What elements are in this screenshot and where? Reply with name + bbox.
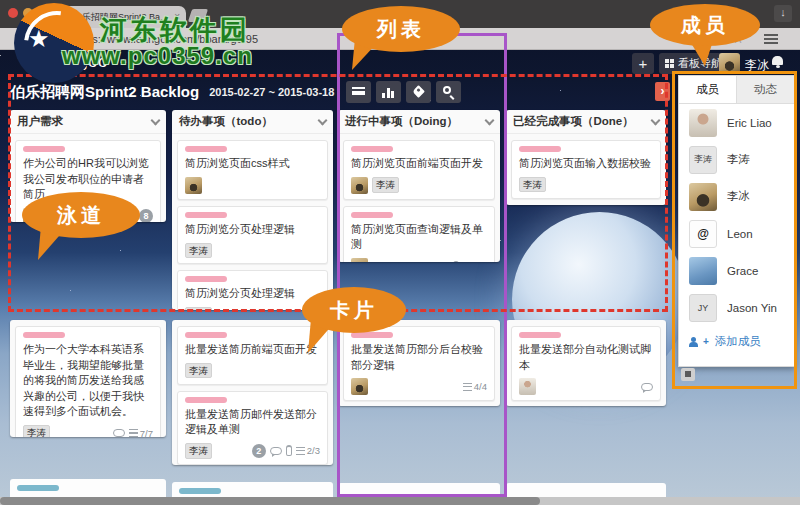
checklist-indicator: 2/3 — [296, 445, 320, 456]
scrollbar-thumb[interactable] — [0, 497, 540, 505]
comment-icon — [270, 447, 282, 455]
horizontal-scrollbar[interactable] — [0, 497, 800, 505]
annotation-swimlane-rect — [8, 74, 668, 312]
watermark-site-url: www.pc0359.cn — [62, 42, 253, 70]
member-chip: 李涛 — [185, 363, 212, 378]
download-icon[interactable]: ↓ — [774, 5, 792, 22]
add-card-button[interactable]: 添加卡片 — [506, 401, 666, 406]
annotation-members-rect — [672, 71, 797, 389]
card-label — [519, 332, 561, 338]
notification-bell-icon[interactable] — [772, 56, 783, 65]
annotation-card-callout: 卡片 — [302, 287, 406, 333]
card-label — [23, 332, 65, 338]
card-avatar — [519, 378, 536, 395]
member-chip: 李涛 — [23, 425, 50, 437]
card-title: 批量发送简历邮件发送部分逻辑及单测 — [185, 407, 320, 438]
card[interactable]: 批量发送简历邮件发送部分逻辑及单测 李涛 2 2/3 — [177, 391, 328, 465]
grid-icon — [665, 59, 674, 68]
checklist-icon — [129, 429, 138, 437]
comment-icon — [641, 383, 653, 391]
annotation-list-callout: 列表 — [342, 6, 460, 52]
card[interactable]: 批量发送部分自动化测试脚本 — [511, 326, 661, 401]
paperclip-icon — [286, 445, 292, 456]
card-label — [185, 397, 227, 403]
checklist-icon — [296, 447, 305, 455]
column-user-requirements-lane2: 作为一个大学本科英语系毕业生，我期望能够批量的将我的简历发送给我感兴趣的公司，以… — [10, 320, 166, 437]
column-todo-lane2: 批量发送简历前端页面开发 李涛 批量发送简历邮件发送部分逻辑及单测 李涛 2 2… — [172, 320, 333, 465]
card-badge: 2 — [252, 444, 266, 458]
member-chip: 李涛 — [185, 443, 212, 458]
checklist-indicator: 7/7 — [129, 428, 153, 437]
close-window-button[interactable] — [8, 8, 18, 18]
browser-menu-icon[interactable] — [764, 34, 778, 44]
card-title: 批量发送部分自动化测试脚本 — [519, 342, 653, 373]
card-title: 作为一个大学本科英语系毕业生，我期望能够批量的将我的简历发送给我感兴趣的公司，以… — [23, 342, 153, 420]
card-label — [17, 485, 59, 491]
screenshot-root: 伯乐招聘网Sprint2 Backlog × ↓ ‹ https://www.l… — [0, 0, 800, 505]
annotation-swimlane-callout: 泳道 — [22, 192, 140, 238]
card[interactable]: 作为一个大学本科英语系毕业生，我期望能够批量的将我的简历发送给我感兴趣的公司，以… — [15, 326, 161, 437]
column-done-lane2: 批量发送部分自动化测试脚本 添加卡片 — [506, 320, 666, 406]
card-label — [179, 488, 221, 494]
board-nav-label: 看板导航 — [678, 56, 722, 71]
card-title: 批量发送简历前端页面开发 — [185, 342, 320, 358]
annotation-members-callout: 成员 — [650, 4, 760, 46]
card-label — [185, 332, 227, 338]
card[interactable]: 批量发送简历前端页面开发 李涛 — [177, 326, 328, 385]
comment-icon — [113, 429, 125, 437]
add-board-button[interactable]: + — [632, 53, 654, 74]
